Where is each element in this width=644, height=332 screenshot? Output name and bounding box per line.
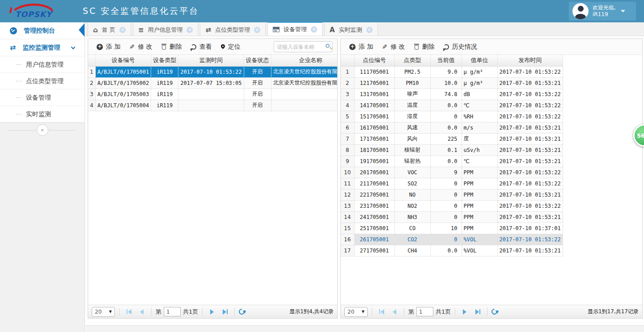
pencil-icon: ✎ — [129, 43, 135, 50]
table-row[interactable]: 10201705001VOC9PPM2017-07-10 01:53:22 — [341, 167, 563, 178]
search-input[interactable] — [274, 44, 321, 50]
cell: iR119 — [151, 66, 178, 77]
refresh-button[interactable] — [238, 307, 246, 315]
view-button[interactable]: 查看 — [187, 41, 216, 53]
table-row[interactable]: 17271705001CH40.0%VOL2017-07-10 01:53:21 — [341, 245, 563, 256]
page-number-input[interactable] — [164, 307, 181, 316]
prev-page-button[interactable] — [389, 307, 400, 317]
cell: 2017-07-10 01:53:22 — [497, 66, 563, 77]
last-page-button[interactable] — [220, 307, 230, 317]
table-row[interactable]: 3131705001噪声74.8dB2017-07-10 01:53:22 — [341, 88, 563, 100]
table-row[interactable]: 11211705001SO20PPM2017-07-10 01:53:22 — [341, 178, 563, 189]
column-header[interactable]: 企业名称 — [271, 55, 337, 66]
sidebar-item-realtime[interactable]: 实时监测 — [0, 106, 85, 122]
delete-button[interactable]: 删除 — [157, 41, 186, 53]
last-page-button[interactable] — [472, 307, 483, 317]
table-row[interactable]: 12221705001NO0PPM2017-07-10 01:53:21 — [341, 189, 563, 200]
table-row[interactable]: 6161705001风速0.0m/s2017-07-10 01:53:21 — [341, 122, 563, 133]
divider — [202, 308, 203, 316]
column-header[interactable]: 点位编号 — [354, 55, 394, 66]
table-row[interactable]: 1A/BJLT/0/1705001iR1192017-07-10 01:53:2… — [88, 66, 337, 77]
sidebar-item-point-type[interactable]: 点位类型管理 — [0, 73, 85, 89]
rownum-header — [88, 55, 95, 66]
record-summary: 显示1到4,共4记录 — [289, 308, 334, 315]
first-page-button[interactable] — [376, 307, 387, 317]
column-header[interactable]: 点类型 — [394, 55, 430, 66]
next-page-button[interactable] — [207, 307, 217, 317]
table-row[interactable]: 14241705001NH30PPM2017-07-10 01:53:21 — [341, 211, 563, 223]
column-header[interactable]: 当前值 — [430, 55, 462, 66]
sidebar-item-user-info[interactable]: 用户信息管理 — [0, 56, 85, 73]
prev-page-button[interactable] — [136, 307, 147, 317]
sidebar-item-console[interactable]: 管理控制台 — [0, 22, 85, 39]
table-row[interactable]: 13231705001NO20PPM2017-07-10 01:53:22 — [341, 200, 563, 211]
refresh-button[interactable] — [491, 307, 499, 315]
table-row[interactable]: 16261705001CO20%VOL2017-07-10 01:53:22 — [341, 234, 563, 245]
cell: uSv/h — [462, 144, 497, 155]
tab-point-type[interactable]: ⇄ 点位类型管理 × — [200, 23, 266, 36]
close-icon[interactable]: × — [254, 27, 260, 33]
close-icon[interactable]: × — [119, 27, 126, 33]
tab-realtime[interactable]: A 实时监测 × — [324, 23, 378, 36]
record-summary: 显示1到17,共17记录 — [588, 308, 639, 315]
content-area: 添 加 ✎ 修 改 删除 查看 定位 — [85, 36, 644, 332]
page-size-value: 20 — [95, 309, 102, 315]
chevron-down-icon — [71, 45, 76, 50]
table-row[interactable]: 3A/BJLT/0/1705003iR119开启 — [88, 88, 337, 100]
cell: 2017-07-07 15:03:05 — [178, 77, 244, 88]
cell: 度 — [462, 133, 497, 144]
add-button[interactable]: 添 加 — [345, 41, 377, 53]
table-row[interactable]: 9191705001辐射热0.0℃2017-07-10 01:53:21 — [341, 155, 563, 167]
cell: 10.0 — [430, 77, 462, 88]
table-row[interactable]: 5151705001湿度0%RH2017-07-10 01:53:22 — [341, 111, 563, 122]
collapse-sidebar-button[interactable]: « — [37, 124, 48, 136]
column-header[interactable]: 监测时间 — [178, 55, 244, 66]
search-icon[interactable] — [326, 44, 330, 48]
cell: 0.0 — [430, 245, 462, 256]
delete-button[interactable]: 删除 — [410, 41, 439, 53]
column-header[interactable]: 设备编号 — [95, 55, 151, 66]
sidebar-item-device[interactable]: 设备管理 — [0, 89, 85, 106]
cell: 0 — [430, 234, 462, 245]
next-page-button[interactable] — [459, 307, 470, 317]
cell: VOC — [394, 167, 430, 178]
cell: %VOL — [462, 245, 497, 256]
column-header[interactable]: 设备状态 — [244, 55, 271, 66]
tab-home[interactable]: ⌂ 首 页 × — [88, 23, 131, 36]
expand-handle-icon[interactable] — [79, 23, 85, 37]
locate-button[interactable]: 定位 — [217, 41, 245, 53]
row-number: 17 — [341, 245, 354, 256]
history-button[interactable]: 历史情况 — [440, 41, 481, 53]
cell: 2017-07-10 01:53:21 — [497, 211, 563, 223]
edit-button[interactable]: ✎ 修 改 — [125, 41, 156, 53]
add-button[interactable]: 添 加 — [93, 41, 124, 53]
cell: dB — [462, 88, 497, 100]
table-row[interactable]: 4141705001温度0.0℃2017-07-10 01:53:22 — [341, 100, 563, 111]
column-header[interactable]: 发布时间 — [497, 55, 563, 66]
page-size-select[interactable]: 20 ▼ — [344, 307, 368, 317]
tab-user-info[interactable]: ≡ 用户信息管理 × — [133, 23, 199, 36]
user-menu[interactable]: 欢迎光临, iR119 — [569, 2, 636, 21]
close-icon[interactable]: × — [311, 26, 317, 33]
edit-button[interactable]: ✎ 修 改 — [378, 41, 409, 53]
cell: 风速 — [394, 122, 430, 133]
column-header[interactable]: 值单位 — [462, 55, 497, 66]
cell: 0.0 — [430, 122, 462, 133]
table-row[interactable]: 7171705001风向225度2017-07-10 01:53:21 — [341, 133, 563, 144]
cell: CO — [394, 223, 430, 234]
close-icon[interactable]: × — [186, 27, 193, 33]
table-row[interactable]: 2121705001PM1010.0μ g/m³2017-07-10 01:53… — [341, 77, 563, 88]
table-row[interactable]: 1111705001PM2.59.0μ g/m³2017-07-10 01:53… — [341, 66, 563, 77]
first-page-button[interactable] — [123, 307, 134, 317]
tab-device-management[interactable]: 设备管理 × — [267, 22, 322, 36]
sidebar-item-monitor-group[interactable]: ⇄ 监控监测管理 — [0, 39, 85, 56]
table-row[interactable]: 15251705001CO10PPM2017-07-10 01:37:01 — [341, 223, 563, 234]
column-header[interactable]: 设备类型 — [151, 55, 178, 66]
cell: A/BJLT/0/1705002 — [95, 77, 151, 88]
page-size-select[interactable]: 20 ▼ — [92, 307, 115, 317]
table-row[interactable]: 8181705001核辐射0.1uSv/h2017-07-10 01:53:21 — [341, 144, 563, 155]
table-row[interactable]: 4A/BJLT/0/1705004iR119开启 — [88, 100, 337, 111]
close-icon[interactable]: × — [366, 27, 373, 33]
page-number-input[interactable] — [416, 307, 433, 316]
table-row[interactable]: 2A/BJLT/0/1705002iR1192017-07-07 15:03:0… — [88, 77, 337, 88]
